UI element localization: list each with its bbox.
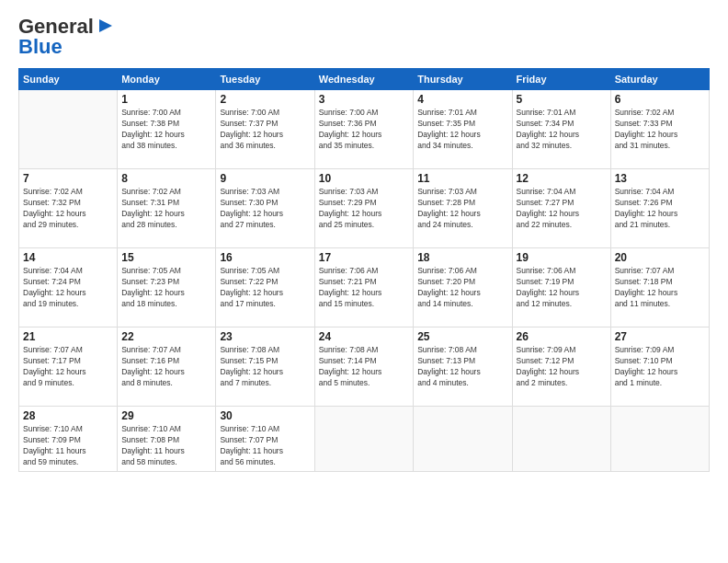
day-number: 13 [615,172,705,185]
calendar-cell: 10Sunrise: 7:03 AM Sunset: 7:29 PM Dayli… [314,169,413,248]
day-info: Sunrise: 7:04 AM Sunset: 7:26 PM Dayligh… [615,187,705,231]
day-number: 30 [220,409,310,422]
day-number: 10 [319,172,409,185]
weekday-header-friday: Friday [512,69,610,90]
calendar-cell: 4Sunrise: 7:01 AM Sunset: 7:35 PM Daylig… [414,90,512,169]
day-number: 26 [517,330,607,343]
calendar-cell: 21Sunrise: 7:07 AM Sunset: 7:17 PM Dayli… [19,327,118,407]
day-info: Sunrise: 7:10 AM Sunset: 7:09 PM Dayligh… [23,424,113,468]
day-info: Sunrise: 7:03 AM Sunset: 7:30 PM Dayligh… [220,187,310,231]
calendar-cell: 2Sunrise: 7:00 AM Sunset: 7:37 PM Daylig… [216,90,314,169]
day-info: Sunrise: 7:04 AM Sunset: 7:24 PM Dayligh… [23,266,113,310]
calendar-cell: 9Sunrise: 7:03 AM Sunset: 7:30 PM Daylig… [216,169,314,248]
calendar-cell [414,407,512,472]
calendar-cell: 7Sunrise: 7:02 AM Sunset: 7:32 PM Daylig… [19,169,118,248]
calendar-table: SundayMondayTuesdayWednesdayThursdayFrid… [18,68,710,472]
day-info: Sunrise: 7:06 AM Sunset: 7:21 PM Dayligh… [319,266,409,310]
day-info: Sunrise: 7:01 AM Sunset: 7:34 PM Dayligh… [517,108,607,152]
day-number: 22 [121,330,211,343]
calendar-cell [610,407,709,472]
weekday-header-saturday: Saturday [610,69,709,90]
day-info: Sunrise: 7:01 AM Sunset: 7:35 PM Dayligh… [417,108,507,152]
page-header: General Blue [18,15,710,59]
day-number: 11 [417,172,507,185]
day-number: 19 [517,251,607,264]
day-info: Sunrise: 7:05 AM Sunset: 7:23 PM Dayligh… [121,266,211,310]
calendar-cell: 16Sunrise: 7:05 AM Sunset: 7:22 PM Dayli… [216,248,314,327]
calendar-cell: 30Sunrise: 7:10 AM Sunset: 7:07 PM Dayli… [216,407,314,472]
day-number: 5 [517,93,607,106]
calendar-cell: 22Sunrise: 7:07 AM Sunset: 7:16 PM Dayli… [118,327,216,407]
day-info: Sunrise: 7:03 AM Sunset: 7:28 PM Dayligh… [417,187,507,231]
calendar-cell: 24Sunrise: 7:08 AM Sunset: 7:14 PM Dayli… [314,327,413,407]
day-number: 14 [23,251,113,264]
day-number: 1 [121,93,211,106]
calendar-cell: 8Sunrise: 7:02 AM Sunset: 7:31 PM Daylig… [118,169,216,248]
day-number: 6 [615,93,705,106]
day-info: Sunrise: 7:03 AM Sunset: 7:29 PM Dayligh… [319,187,409,231]
logo: General Blue [18,15,116,59]
weekday-header-wednesday: Wednesday [314,69,413,90]
day-info: Sunrise: 7:05 AM Sunset: 7:22 PM Dayligh… [220,266,310,310]
calendar-cell: 5Sunrise: 7:01 AM Sunset: 7:34 PM Daylig… [512,90,610,169]
day-info: Sunrise: 7:08 AM Sunset: 7:14 PM Dayligh… [319,345,409,389]
day-info: Sunrise: 7:00 AM Sunset: 7:37 PM Dayligh… [220,108,310,152]
day-number: 8 [121,172,211,185]
day-info: Sunrise: 7:07 AM Sunset: 7:16 PM Dayligh… [121,345,211,389]
day-number: 7 [23,172,113,185]
logo-arrow-icon [96,16,116,36]
svg-marker-0 [99,19,112,32]
day-number: 23 [220,330,310,343]
calendar-cell: 12Sunrise: 7:04 AM Sunset: 7:27 PM Dayli… [512,169,610,248]
calendar-cell: 27Sunrise: 7:09 AM Sunset: 7:10 PM Dayli… [610,327,709,407]
day-info: Sunrise: 7:04 AM Sunset: 7:27 PM Dayligh… [517,187,607,231]
calendar-cell: 13Sunrise: 7:04 AM Sunset: 7:26 PM Dayli… [610,169,709,248]
day-number: 4 [417,93,507,106]
calendar-cell: 1Sunrise: 7:00 AM Sunset: 7:38 PM Daylig… [118,90,216,169]
day-info: Sunrise: 7:00 AM Sunset: 7:36 PM Dayligh… [319,108,409,152]
day-number: 15 [121,251,211,264]
day-number: 12 [517,172,607,185]
day-number: 9 [220,172,310,185]
day-number: 27 [615,330,705,343]
calendar-cell: 18Sunrise: 7:06 AM Sunset: 7:20 PM Dayli… [414,248,512,327]
day-info: Sunrise: 7:02 AM Sunset: 7:32 PM Dayligh… [23,187,113,231]
day-info: Sunrise: 7:02 AM Sunset: 7:33 PM Dayligh… [615,108,705,152]
day-number: 16 [220,251,310,264]
day-info: Sunrise: 7:08 AM Sunset: 7:15 PM Dayligh… [220,345,310,389]
day-info: Sunrise: 7:08 AM Sunset: 7:13 PM Dayligh… [417,345,507,389]
day-info: Sunrise: 7:07 AM Sunset: 7:18 PM Dayligh… [615,266,705,310]
day-info: Sunrise: 7:06 AM Sunset: 7:20 PM Dayligh… [417,266,507,310]
day-number: 18 [417,251,507,264]
day-number: 21 [23,330,113,343]
day-info: Sunrise: 7:07 AM Sunset: 7:17 PM Dayligh… [23,345,113,389]
calendar-cell: 26Sunrise: 7:09 AM Sunset: 7:12 PM Dayli… [512,327,610,407]
calendar-cell: 28Sunrise: 7:10 AM Sunset: 7:09 PM Dayli… [19,407,118,472]
weekday-header-sunday: Sunday [19,69,118,90]
calendar-cell: 25Sunrise: 7:08 AM Sunset: 7:13 PM Dayli… [414,327,512,407]
calendar-cell: 17Sunrise: 7:06 AM Sunset: 7:21 PM Dayli… [314,248,413,327]
calendar-cell [314,407,413,472]
day-info: Sunrise: 7:10 AM Sunset: 7:08 PM Dayligh… [121,424,211,468]
day-info: Sunrise: 7:00 AM Sunset: 7:38 PM Dayligh… [121,108,211,152]
calendar-cell: 11Sunrise: 7:03 AM Sunset: 7:28 PM Dayli… [414,169,512,248]
weekday-header-monday: Monday [118,69,216,90]
day-number: 17 [319,251,409,264]
day-number: 2 [220,93,310,106]
calendar-cell: 29Sunrise: 7:10 AM Sunset: 7:08 PM Dayli… [118,407,216,472]
weekday-header-row: SundayMondayTuesdayWednesdayThursdayFrid… [19,69,710,90]
calendar-cell [512,407,610,472]
day-number: 20 [615,251,705,264]
calendar-cell: 19Sunrise: 7:06 AM Sunset: 7:19 PM Dayli… [512,248,610,327]
weekday-header-thursday: Thursday [414,69,512,90]
day-info: Sunrise: 7:09 AM Sunset: 7:12 PM Dayligh… [517,345,607,389]
day-number: 24 [319,330,409,343]
weekday-header-tuesday: Tuesday [216,69,314,90]
logo-text-blue: Blue [18,35,63,59]
calendar-cell: 20Sunrise: 7:07 AM Sunset: 7:18 PM Dayli… [610,248,709,327]
day-number: 3 [319,93,409,106]
day-info: Sunrise: 7:06 AM Sunset: 7:19 PM Dayligh… [517,266,607,310]
day-info: Sunrise: 7:10 AM Sunset: 7:07 PM Dayligh… [220,424,310,468]
day-info: Sunrise: 7:02 AM Sunset: 7:31 PM Dayligh… [121,187,211,231]
calendar-cell: 6Sunrise: 7:02 AM Sunset: 7:33 PM Daylig… [610,90,709,169]
